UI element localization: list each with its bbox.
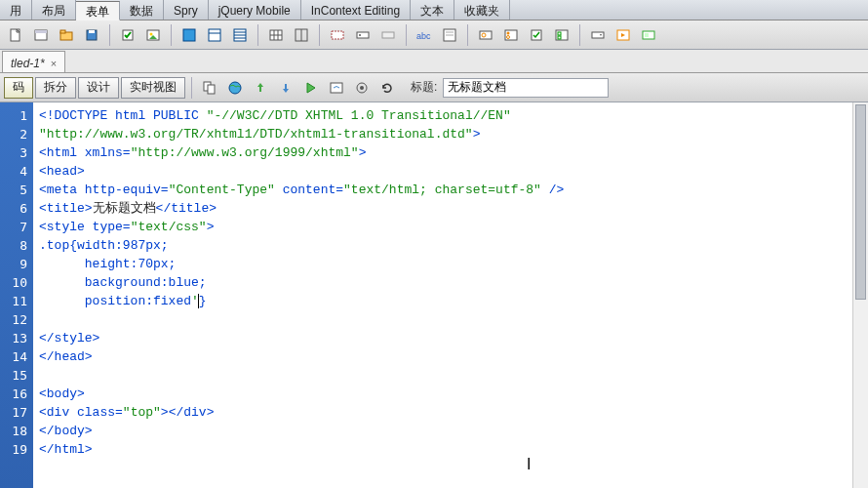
line-number: 17 [0,403,27,422]
refresh-icon[interactable] [375,76,399,100]
scrollbar-thumb[interactable] [855,104,866,300]
checkbox-field-icon[interactable] [525,23,548,47]
new-tab-icon[interactable] [29,23,53,47]
code-line[interactable]: height:70px; [39,255,862,273]
code-line[interactable]: <title>无标题文档</title> [39,199,862,218]
line-number: 2 [0,125,27,143]
code-line[interactable]: background:blue; [39,273,862,292]
separator [579,24,580,46]
code-line[interactable]: position:fixed'} [39,292,862,310]
open-file-icon[interactable] [55,23,78,47]
code-line[interactable]: </style> [39,329,862,347]
code-line[interactable] [39,310,862,329]
split-view-button[interactable]: 拆分 [35,77,76,99]
line-number: 8 [0,236,27,255]
code-line[interactable]: </body> [39,422,862,440]
play-icon[interactable] [299,76,323,100]
checkbox-icon[interactable] [116,23,139,47]
svg-point-34 [507,31,510,34]
hidden-field-icon[interactable] [376,23,400,47]
line-number: 1 [0,106,27,125]
svg-point-9 [150,32,153,35]
code-line[interactable]: <!DOCTYPE html PUBLIC "-//W3C//DTD XHTML… [39,106,862,125]
abc-icon[interactable]: abc [413,23,436,47]
checkbox-group-icon[interactable] [550,23,573,47]
svg-point-46 [229,82,241,94]
design-view-button[interactable]: 设计 [78,77,119,99]
menu-item[interactable]: 数据 [120,0,164,20]
code-line[interactable]: .top{width:987px; [39,236,862,255]
form-icon[interactable] [326,23,349,47]
select-icon[interactable] [586,23,610,47]
table-icon[interactable] [264,23,288,47]
separator [109,24,110,46]
vertical-scrollbar[interactable] [852,102,868,488]
svg-rect-23 [332,31,343,39]
code-line[interactable]: </head> [39,347,862,366]
jump-menu-icon[interactable] [612,23,635,47]
image-icon[interactable] [141,23,165,47]
menu-item[interactable]: 收藏夹 [454,0,510,20]
text-input-icon[interactable] [351,23,375,47]
line-number: 12 [0,310,27,329]
menu-item[interactable]: 用 [0,0,32,20]
code-line[interactable]: <html xmlns="http://www.w3.org/1999/xhtm… [39,143,862,162]
line-number: 15 [0,366,27,385]
layout-2-icon[interactable] [203,23,226,47]
globe-icon[interactable] [223,76,247,100]
separator [406,24,407,46]
separator [467,24,468,46]
svg-rect-47 [331,83,342,93]
svg-point-49 [360,86,364,90]
line-number: 6 [0,199,27,218]
line-number: 19 [0,440,27,459]
menu-item[interactable]: Spry [164,0,209,20]
line-number: 4 [0,162,27,181]
menu-bar: 用布局表单数据SpryjQuery MobileInContext Editin… [0,0,868,20]
main-toolbar: abc [0,20,868,50]
download-icon[interactable] [274,76,297,100]
code-line[interactable]: <div class="top"></div> [39,403,862,422]
code-line[interactable]: <body> [39,385,862,403]
upload-icon[interactable] [249,76,272,100]
textarea-icon[interactable] [438,23,461,47]
menu-item[interactable]: 表单 [76,1,120,20]
code-view-button[interactable]: 码 [4,77,33,99]
layout-1-icon[interactable] [178,23,201,47]
code-line[interactable] [39,459,862,477]
new-file-icon[interactable] [4,23,27,47]
widget-icon[interactable] [637,23,660,47]
code-editor: 12345678910111213141516171819 <!DOCTYPE … [0,102,868,488]
save-all-icon[interactable] [80,23,103,47]
separator [171,24,172,46]
radio-group-icon[interactable] [499,23,523,47]
code-line[interactable] [39,366,862,385]
code-line[interactable]: "http://www.w3.org/TR/xhtml1/DTD/xhtml1-… [39,125,862,143]
line-number: 13 [0,329,27,347]
svg-rect-45 [208,85,215,94]
menu-item[interactable]: 文本 [411,0,454,20]
svg-rect-40 [592,32,604,38]
live-view-button[interactable]: 实时视图 [121,77,185,99]
code-line[interactable]: <head> [39,162,862,181]
code-area[interactable]: <!DOCTYPE html PUBLIC "-//W3C//DTD XHTML… [33,102,868,488]
document-tab[interactable]: tled-1* × [2,51,65,72]
menu-item[interactable]: InContext Editing [301,0,411,20]
close-tab-icon[interactable]: × [51,58,57,69]
radio-icon[interactable] [474,23,497,47]
menu-item[interactable]: 布局 [32,0,76,20]
code-line[interactable]: </html> [39,440,862,459]
line-number: 11 [0,292,27,310]
separator [257,24,258,46]
svg-rect-4 [60,30,65,33]
related-files-icon[interactable] [198,76,221,100]
menu-item[interactable]: jQuery Mobile [209,0,301,20]
svg-rect-43 [645,33,649,37]
title-input[interactable] [443,78,609,98]
layout-3-icon[interactable] [228,23,252,47]
sync-icon[interactable] [325,76,348,100]
code-line[interactable]: <style type="text/css"> [39,218,862,236]
settings-icon[interactable] [350,76,374,100]
code-line[interactable]: <meta http-equiv="Content-Type" content=… [39,181,862,199]
frame-icon[interactable] [290,23,313,47]
